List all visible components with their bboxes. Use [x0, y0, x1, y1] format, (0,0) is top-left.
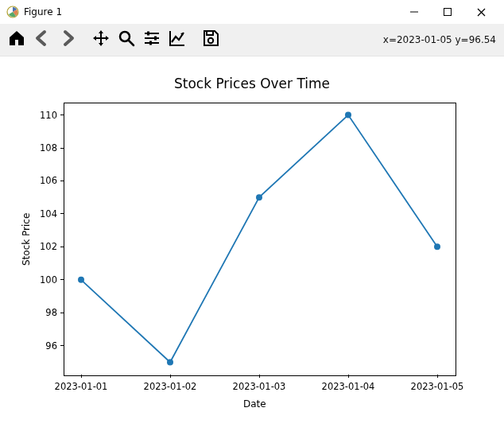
back-button[interactable] [30, 28, 54, 52]
line-chart-icon [168, 29, 187, 51]
svg-point-17 [78, 277, 84, 283]
chart-canvas[interactable]: Stock Prices Over Time Stock Price Date … [0, 56, 504, 435]
svg-point-21 [434, 243, 440, 250]
svg-line-8 [129, 41, 134, 45]
home-icon [7, 29, 26, 51]
move-icon [91, 29, 110, 51]
forward-button[interactable] [56, 28, 79, 52]
line-plot-svg [0, 56, 504, 435]
window-title: Figure 1 [24, 6, 62, 17]
y-tick-label: 98 [37, 307, 57, 318]
svg-point-19 [256, 194, 262, 200]
y-tick [60, 279, 64, 280]
x-tick [81, 375, 82, 378]
y-tick [60, 181, 64, 181]
app-icon [6, 6, 19, 18]
zoom-icon [117, 29, 136, 51]
y-tick [60, 345, 64, 346]
minimize-button[interactable] [397, 0, 431, 24]
y-tick-label: 100 [37, 274, 57, 285]
y-tick [60, 115, 64, 115]
x-tick-label: 2023-01-05 [411, 381, 464, 392]
svg-point-16 [208, 38, 213, 43]
x-tick-label: 2023-01-02 [144, 381, 197, 392]
save-button[interactable] [199, 28, 223, 52]
matplotlib-toolbar: x=2023-01-05 y=96.54 [0, 24, 504, 56]
configure-subplots-button[interactable] [140, 28, 164, 52]
svg-rect-13 [154, 37, 157, 41]
home-button[interactable] [5, 28, 29, 52]
svg-rect-14 [149, 41, 152, 45]
x-axis-label: Date [243, 398, 266, 410]
pan-button[interactable] [89, 28, 113, 52]
x-tick [170, 375, 171, 378]
y-tick-label: 104 [37, 208, 57, 219]
sliders-icon [142, 29, 161, 51]
arrow-left-icon [33, 29, 52, 51]
x-tick [437, 375, 438, 378]
y-tick [60, 213, 64, 214]
y-tick-label: 106 [37, 175, 57, 186]
svg-point-20 [345, 112, 351, 118]
window-titlebar: Figure 1 [0, 0, 504, 24]
y-tick-label: 108 [37, 142, 57, 153]
y-tick [60, 313, 64, 313]
y-tick [60, 148, 64, 149]
edit-axes-button[interactable] [165, 28, 189, 52]
x-tick-label: 2023-01-01 [55, 381, 108, 392]
zoom-button[interactable] [114, 28, 138, 52]
save-icon [201, 29, 220, 51]
y-tick [60, 247, 64, 247]
y-tick-label: 96 [37, 340, 57, 351]
maximize-button[interactable] [431, 0, 464, 24]
y-tick-label: 110 [37, 110, 57, 121]
x-tick-label: 2023-01-03 [233, 381, 286, 392]
svg-rect-2 [444, 9, 452, 16]
y-tick-label: 102 [37, 241, 57, 252]
arrow-right-icon [58, 29, 77, 51]
x-tick-label: 2023-01-04 [322, 381, 375, 392]
y-axis-label: Stock Price [21, 213, 32, 266]
svg-point-18 [167, 359, 173, 365]
svg-rect-15 [207, 31, 213, 35]
close-button[interactable] [464, 0, 498, 24]
x-tick [348, 375, 349, 378]
cursor-coordinates: x=2023-01-05 y=96.54 [383, 34, 499, 45]
x-tick [259, 375, 260, 378]
svg-rect-12 [147, 32, 149, 36]
